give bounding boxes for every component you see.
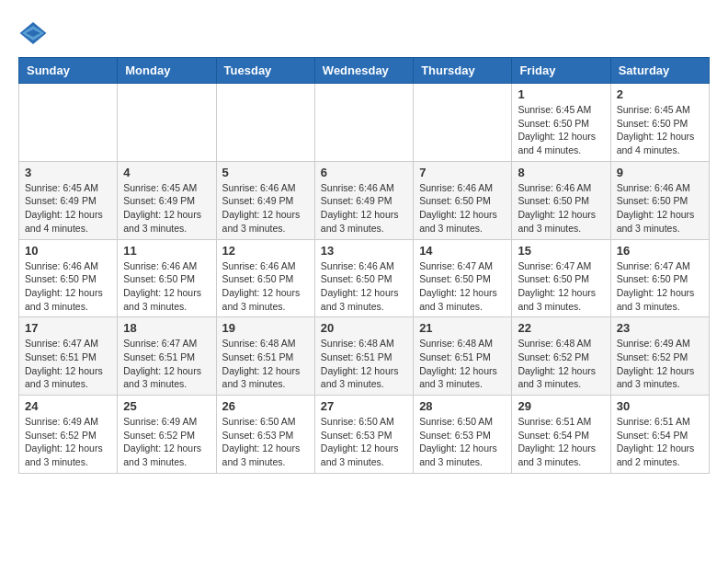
calendar-table: SundayMondayTuesdayWednesdayThursdayFrid… (18, 57, 710, 474)
calendar-cell: 20Sunrise: 6:48 AM Sunset: 6:51 PM Dayli… (314, 317, 413, 396)
calendar-cell: 22Sunrise: 6:48 AM Sunset: 6:52 PM Dayli… (512, 317, 610, 396)
day-info: Sunrise: 6:48 AM Sunset: 6:51 PM Dayligh… (222, 337, 309, 391)
logo (18, 18, 51, 48)
day-number: 6 (321, 166, 407, 179)
day-number: 9 (617, 166, 703, 179)
calendar-cell: 25Sunrise: 6:49 AM Sunset: 6:52 PM Dayli… (118, 396, 216, 474)
day-number: 5 (222, 166, 309, 179)
logo-icon (18, 18, 48, 48)
calendar-cell: 17Sunrise: 6:47 AM Sunset: 6:51 PM Dayli… (19, 317, 118, 396)
calendar-cell: 4Sunrise: 6:45 AM Sunset: 6:49 PM Daylig… (118, 161, 216, 239)
calendar-cell (118, 84, 216, 162)
calendar-cell: 11Sunrise: 6:46 AM Sunset: 6:50 PM Dayli… (118, 239, 216, 317)
day-info: Sunrise: 6:46 AM Sunset: 6:50 PM Dayligh… (25, 259, 111, 314)
calendar-cell: 19Sunrise: 6:48 AM Sunset: 6:51 PM Dayli… (216, 317, 314, 396)
day-number: 8 (518, 166, 604, 179)
calendar-cell: 18Sunrise: 6:47 AM Sunset: 6:51 PM Dayli… (118, 317, 216, 396)
calendar-cell: 9Sunrise: 6:46 AM Sunset: 6:50 PM Daylig… (610, 161, 709, 239)
weekday-header: Monday (118, 58, 216, 84)
day-info: Sunrise: 6:45 AM Sunset: 6:49 PM Dayligh… (123, 181, 210, 236)
day-number: 25 (123, 399, 210, 413)
day-info: Sunrise: 6:46 AM Sunset: 6:50 PM Dayligh… (321, 259, 407, 314)
day-number: 12 (222, 244, 309, 258)
calendar-cell: 27Sunrise: 6:50 AM Sunset: 6:53 PM Dayli… (314, 396, 413, 474)
day-number: 29 (518, 399, 604, 413)
calendar-week-row: 17Sunrise: 6:47 AM Sunset: 6:51 PM Dayli… (19, 317, 710, 396)
day-number: 17 (25, 321, 111, 335)
day-info: Sunrise: 6:48 AM Sunset: 6:51 PM Dayligh… (419, 337, 506, 391)
weekday-header: Thursday (414, 58, 512, 84)
calendar-cell: 30Sunrise: 6:51 AM Sunset: 6:54 PM Dayli… (610, 396, 709, 474)
calendar-cell: 5Sunrise: 6:46 AM Sunset: 6:49 PM Daylig… (216, 161, 314, 239)
calendar-week-row: 10Sunrise: 6:46 AM Sunset: 6:50 PM Dayli… (19, 239, 710, 317)
calendar-week-row: 1Sunrise: 6:45 AM Sunset: 6:50 PM Daylig… (19, 84, 710, 162)
calendar-cell: 15Sunrise: 6:47 AM Sunset: 6:50 PM Dayli… (512, 239, 610, 317)
day-number: 10 (25, 244, 111, 258)
calendar-cell: 12Sunrise: 6:46 AM Sunset: 6:50 PM Dayli… (216, 239, 314, 317)
day-number: 15 (518, 244, 604, 258)
calendar-cell (19, 84, 118, 162)
calendar-cell (216, 84, 314, 162)
calendar-cell: 16Sunrise: 6:47 AM Sunset: 6:50 PM Dayli… (610, 239, 709, 317)
day-info: Sunrise: 6:46 AM Sunset: 6:49 PM Dayligh… (321, 181, 407, 236)
day-number: 3 (25, 166, 111, 179)
day-info: Sunrise: 6:46 AM Sunset: 6:50 PM Dayligh… (419, 181, 506, 236)
day-info: Sunrise: 6:46 AM Sunset: 6:49 PM Dayligh… (222, 181, 309, 236)
day-number: 2 (617, 87, 703, 101)
day-info: Sunrise: 6:48 AM Sunset: 6:51 PM Dayligh… (321, 337, 407, 391)
day-info: Sunrise: 6:46 AM Sunset: 6:50 PM Dayligh… (518, 181, 604, 236)
day-info: Sunrise: 6:46 AM Sunset: 6:50 PM Dayligh… (617, 181, 703, 236)
calendar-cell: 1Sunrise: 6:45 AM Sunset: 6:50 PM Daylig… (512, 84, 610, 162)
calendar-cell: 13Sunrise: 6:46 AM Sunset: 6:50 PM Dayli… (314, 239, 413, 317)
calendar-week-row: 24Sunrise: 6:49 AM Sunset: 6:52 PM Dayli… (19, 396, 710, 474)
day-number: 30 (617, 399, 703, 413)
day-info: Sunrise: 6:45 AM Sunset: 6:50 PM Dayligh… (518, 103, 604, 157)
calendar-header-row: SundayMondayTuesdayWednesdayThursdayFrid… (19, 58, 710, 84)
day-info: Sunrise: 6:47 AM Sunset: 6:50 PM Dayligh… (419, 259, 506, 314)
day-number: 18 (123, 321, 210, 335)
day-number: 22 (518, 321, 604, 335)
day-number: 20 (321, 321, 407, 335)
day-number: 11 (123, 244, 210, 258)
day-number: 7 (419, 166, 506, 179)
day-number: 1 (518, 87, 604, 101)
day-info: Sunrise: 6:47 AM Sunset: 6:51 PM Dayligh… (123, 337, 210, 391)
day-number: 27 (321, 399, 407, 413)
day-info: Sunrise: 6:49 AM Sunset: 6:52 PM Dayligh… (123, 415, 210, 469)
day-number: 23 (617, 321, 703, 335)
calendar-cell: 7Sunrise: 6:46 AM Sunset: 6:50 PM Daylig… (414, 161, 512, 239)
day-info: Sunrise: 6:51 AM Sunset: 6:54 PM Dayligh… (518, 415, 604, 469)
day-number: 21 (419, 321, 506, 335)
day-number: 24 (25, 399, 111, 413)
weekday-header: Tuesday (216, 58, 314, 84)
day-info: Sunrise: 6:50 AM Sunset: 6:53 PM Dayligh… (222, 415, 309, 469)
day-number: 28 (419, 399, 506, 413)
weekday-header: Wednesday (314, 58, 413, 84)
calendar-cell (314, 84, 413, 162)
calendar-cell: 8Sunrise: 6:46 AM Sunset: 6:50 PM Daylig… (512, 161, 610, 239)
calendar-cell: 14Sunrise: 6:47 AM Sunset: 6:50 PM Dayli… (414, 239, 512, 317)
day-info: Sunrise: 6:47 AM Sunset: 6:51 PM Dayligh… (25, 337, 111, 391)
day-info: Sunrise: 6:49 AM Sunset: 6:52 PM Dayligh… (25, 415, 111, 469)
day-info: Sunrise: 6:51 AM Sunset: 6:54 PM Dayligh… (617, 415, 703, 469)
calendar-week-row: 3Sunrise: 6:45 AM Sunset: 6:49 PM Daylig… (19, 161, 710, 239)
day-number: 26 (222, 399, 309, 413)
calendar-cell: 21Sunrise: 6:48 AM Sunset: 6:51 PM Dayli… (414, 317, 512, 396)
day-info: Sunrise: 6:50 AM Sunset: 6:53 PM Dayligh… (321, 415, 407, 469)
day-info: Sunrise: 6:47 AM Sunset: 6:50 PM Dayligh… (617, 259, 703, 314)
day-info: Sunrise: 6:48 AM Sunset: 6:52 PM Dayligh… (518, 337, 604, 391)
calendar-cell (414, 84, 512, 162)
day-info: Sunrise: 6:46 AM Sunset: 6:50 PM Dayligh… (222, 259, 309, 314)
day-info: Sunrise: 6:45 AM Sunset: 6:49 PM Dayligh… (25, 181, 111, 236)
weekday-header: Saturday (610, 58, 709, 84)
weekday-header: Friday (512, 58, 610, 84)
calendar-cell: 10Sunrise: 6:46 AM Sunset: 6:50 PM Dayli… (19, 239, 118, 317)
day-number: 4 (123, 166, 210, 179)
calendar-cell: 28Sunrise: 6:50 AM Sunset: 6:53 PM Dayli… (414, 396, 512, 474)
day-number: 19 (222, 321, 309, 335)
calendar-cell: 26Sunrise: 6:50 AM Sunset: 6:53 PM Dayli… (216, 396, 314, 474)
day-number: 13 (321, 244, 407, 258)
day-number: 14 (419, 244, 506, 258)
calendar-cell: 3Sunrise: 6:45 AM Sunset: 6:49 PM Daylig… (19, 161, 118, 239)
calendar-cell: 2Sunrise: 6:45 AM Sunset: 6:50 PM Daylig… (610, 84, 709, 162)
